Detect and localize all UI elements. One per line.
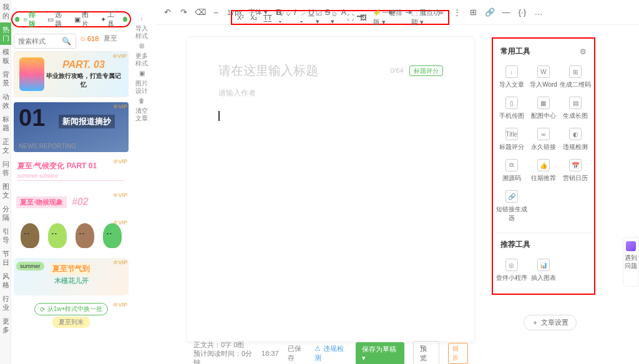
caret-button[interactable]: ⩒⩒ ▾ [278,10,293,25]
gear-icon[interactable]: ⚙ [580,47,587,56]
article-settings-button[interactable]: ＋ 文章设置 [524,315,577,330]
tool-permalink[interactable]: ∞永久链接 [527,125,559,154]
code-button[interactable]: {·} [517,7,527,17]
violation-check-link[interactable]: ⚠ 违规检测 [315,344,347,363]
nav-hot[interactable]: 热门 [0,22,11,45]
superscript-button[interactable]: X² [237,14,244,21]
card4-title: 夏至·物候现象 [16,196,67,208]
template-card-7[interactable]: VIP ⟳从1w+样式中换一批 夏至到来 [14,300,129,325]
more-button[interactable]: … [534,7,544,17]
list-ul-button[interactable]: ⋮ [452,7,462,17]
tab-tool[interactable]: ✦工具 [97,10,123,29]
sec-more-style[interactable]: ⊞更多样式 [134,39,150,66]
sec-clear[interactable]: 🗑清空文章 [134,93,150,121]
tool-qrcode[interactable]: ⊞生成二维码 [560,63,592,92]
tool-insert-chart[interactable]: 📊插入图表 [527,256,559,285]
tab-layout[interactable]: ≡排版 [19,10,44,29]
help-float[interactable]: 遇到问题 [623,237,639,287]
popsicle-icon [19,57,44,91]
search-input[interactable] [18,37,62,45]
nav-bg[interactable]: 背景 [0,67,11,90]
template-column: VIP PART. 03 毕业旅行攻略，打造专属记忆 VIP 01 新闻报道摘抄… [14,51,129,357]
tab-topic[interactable]: ▭选题 [44,10,70,29]
image-insert-button[interactable]: 🖾 [360,14,367,21]
nav-style[interactable]: 风格 [0,269,11,292]
template-card-5[interactable]: VIP [14,218,129,253]
tool-trace-code[interactable]: ⧉溯源码 [495,156,527,185]
thumbsup-icon: 👍 [537,159,550,171]
tool-long-image[interactable]: ▤生成长图 [560,94,592,123]
tt-button[interactable]: T̲T̲ [263,14,272,22]
emoji-button[interactable]: ☺ ▾ [331,10,341,26]
template-card-4[interactable]: VIP 夏至·物候现象 #02 [14,191,129,213]
vip-badge: VIP [113,259,127,266]
trending-count: 618 [87,35,99,42]
preview-button[interactable]: 预览 [413,341,439,365]
left-vertical-nav: 我的 热门 模板 背景 动效 标题 正文 问答 图文 分隔 引导 节日 风格 行… [0,0,11,364]
fullscreen-button[interactable]: ⛶ [347,14,354,21]
save-draft-button[interactable]: 保存为草稿 ▾ [356,342,404,365]
subscript-button[interactable]: X₂ [250,14,257,22]
tool-shortlink[interactable]: 🔗短链接生成器 [495,188,527,225]
nav-motion[interactable]: 动效 [0,90,11,112]
author-input[interactable]: 请输入作者 [218,88,443,98]
vip-badge: VIP [113,103,127,110]
tool-import-article[interactable]: ↓导入文章 [495,63,527,92]
trending[interactable]: ♨ 618 夏至 [80,34,117,43]
title-score-button[interactable]: 标题评分 [409,65,443,76]
search-bar: 🔍 [14,34,76,49]
undo-button[interactable]: ↶ [162,7,172,17]
template-card-2[interactable]: VIP 01 新闻报道摘抄 NEWS REPORTING [14,102,129,152]
tool-import-word[interactable]: W导入Word [527,63,559,92]
tab-image[interactable]: ▣图片 [71,10,97,29]
nav-more[interactable]: 更多 [0,314,11,337]
checkbox-button[interactable]: ☑ ▾ [316,9,325,26]
sec-img-design[interactable]: ▣图片设计 [134,66,150,93]
hr-button[interactable]: — [501,7,511,17]
top-tabs: ≡排版 ▭选题 ▣图片 ✦工具 [11,11,131,27]
template-card-6[interactable]: VIP summer 夏至节气到 木槿花儿开 [14,258,129,295]
tool-marketing-cal[interactable]: 📅营销日历 [560,156,592,185]
clear-format-button[interactable]: ⌫ [195,7,205,17]
common-tools-title: 常用工具 [500,46,530,57]
nav-imgtxt[interactable]: 图文 [0,180,11,202]
template-card-1[interactable]: VIP PART. 03 毕业旅行攻略，打造专属记忆 [14,51,129,97]
divider-line [17,180,125,181]
card2-subtitle: NEWS REPORTING [19,143,76,150]
sync-button[interactable]: 同步 [448,343,468,364]
nav-template[interactable]: 模板 [0,45,11,67]
search-icon[interactable]: 🔍 [62,37,71,46]
nav-qa[interactable]: 问答 [0,157,11,180]
template-card-3[interactable]: VIP 夏至·气候变化 PART 01 summer solstice [14,157,129,186]
cartoon-figure-1-icon [21,223,39,248]
one-click-layout-button[interactable]: ⚡一键排版 ▾ [373,8,405,27]
nav-festival[interactable]: 节日 [0,247,11,269]
format-brush-button[interactable]: ⌢ [211,7,221,17]
tool-miniprogram[interactable]: ◎壹伴小程序 [495,256,527,285]
tool-violation[interactable]: ◐违规检测 [560,125,592,154]
nav-guide[interactable]: 引导 [0,224,11,247]
cartoon-figure-4-icon [103,223,122,248]
gallery-icon: ▦ [537,97,550,109]
nav-my[interactable]: 我的 [0,0,11,22]
title-input[interactable]: 请在这里输入标题 [218,62,318,79]
key-features-button[interactable]: ⬚ 重点功能 ▾ [411,8,443,27]
nav-industry[interactable]: 行业 [0,292,11,314]
tool-image-center[interactable]: ▦配图中心 [527,94,559,123]
table-button[interactable]: ⊞ [469,7,479,17]
card2-num: 01 [19,105,45,132]
tool-title-score[interactable]: Title标题评分 [495,125,527,154]
nav-title[interactable]: 标题 [0,112,11,135]
card3-title: 夏至·气候变化 PART 01 [17,161,125,171]
card7-badge: 夏至到来 [52,317,90,328]
slash-button[interactable]: ⟋ ▾ [300,10,309,25]
shuffle-button[interactable]: ⟳从1w+样式中换一批 [34,303,109,315]
link-button[interactable]: 🔗 [485,7,495,17]
tool-past-rec[interactable]: 👍往期推荐 [527,156,559,185]
redo-button[interactable]: ↷ [178,7,188,17]
nav-body[interactable]: 正文 [0,135,11,157]
tool-mobile-upload[interactable]: ▯手机传图 [495,94,527,123]
qrcode-icon: ⊞ [569,65,582,78]
sec-import-style[interactable]: ↓导入样式 [134,11,150,39]
nav-divider[interactable]: 分隔 [0,202,11,224]
